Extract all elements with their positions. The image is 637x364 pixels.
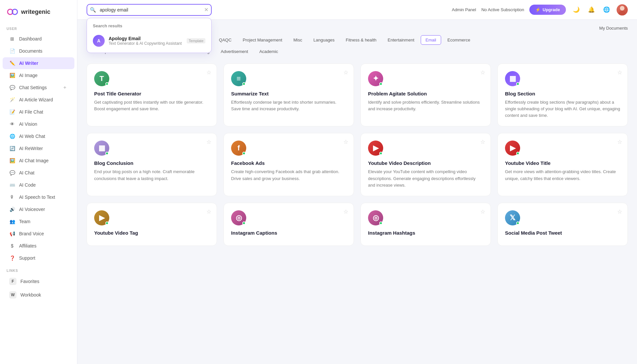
template-desc-problem-agitate-solution: Identify and solve problems efficiently.… [368,99,483,112]
filter-tab-ecommerce[interactable]: Ecommerce [442,35,475,45]
globe-icon: 🌐 [9,133,15,139]
search-input[interactable] [87,4,212,16]
search-result-item[interactable]: A Apology Email Text Generator & AI Copy… [87,32,211,50]
sidebar-item-ai-web-chat[interactable]: 🌐 AI Web Chat [3,130,74,142]
sidebar-item-documents[interactable]: 📄 Documents [3,45,74,57]
sidebar-item-ai-voiceover[interactable]: 🔊 AI Voiceover [3,203,74,215]
admin-panel-link[interactable]: Admin Panel [452,7,476,12]
sidebar-item-ai-chat[interactable]: 💬 AI Chat [3,167,74,179]
add-button[interactable]: + [62,85,68,91]
sidebar-item-ai-speech-to-text[interactable]: 🎙 AI Speech to Text [3,191,74,203]
sidebar-item-label: Chat Settings [19,85,47,90]
sidebar-link-workbook[interactable]: W Workbook [3,288,74,301]
template-card-post-title-generator[interactable]: ☆ T Post Title Generator Get captivating… [87,64,217,126]
upgrade-button[interactable]: ⚡ Upgrade [529,5,566,15]
no-subscription-label: No Active Subscription [481,7,524,12]
sidebar-item-label: AI Writer [19,61,38,66]
online-dot-problem-agitate-solution [379,82,383,86]
favorite-star-summarize-text[interactable]: ☆ [343,69,348,76]
language-icon[interactable]: 🌐 [601,5,611,15]
sidebar-item-ai-code[interactable]: ⌨️ AI Code [3,179,74,191]
sidebar-item-affiliates[interactable]: $ Affiliates [3,240,74,252]
sidebar-item-brand-voice[interactable]: 📢 Brand Voice [3,228,74,240]
filter-tab-email[interactable]: Email [421,35,441,45]
sidebar-item-ai-file-chat[interactable]: 📝 AI File Chat [3,106,74,118]
theme-toggle-icon[interactable]: 🌙 [571,5,581,15]
dollar-icon: $ [9,243,15,249]
template-title-instagram-captions: Instagram Captions [231,230,346,236]
sidebar-link-favorites[interactable]: F Favorites [3,275,74,288]
template-card-youtube-video-description[interactable]: ☆ ▶ Youtube Video Description Elevate yo… [360,133,491,196]
template-card-problem-agitate-solution[interactable]: ☆ ✦ Problem Agitate Solution Identify an… [360,64,491,126]
user-avatar[interactable] [617,4,628,15]
favorite-star-instagram-captions[interactable]: ☆ [343,208,348,215]
filter-tab-languages[interactable]: Languages [308,35,339,45]
online-dot-blog-section [516,82,519,86]
sidebar-item-chat-settings[interactable]: 💬 Chat Settings + [3,82,74,93]
notifications-icon[interactable]: 🔔 [586,5,596,15]
template-title-summarize-text: Summarize Text [231,91,346,96]
sidebar-item-ai-vision[interactable]: 👁 AI Vision [3,118,74,130]
volume-icon: 🔊 [9,206,15,212]
sidebar-item-support[interactable]: ❓ Support [3,252,74,264]
favorite-star-blog-section[interactable]: ☆ [617,69,622,76]
sidebar-item-ai-chat-image[interactable]: 🖼️ AI Chat Image [3,155,74,167]
template-card-facebook-ads[interactable]: ☆ f Facebook Ads Create high-converting … [224,133,354,196]
my-documents-button[interactable]: My Documents [599,26,628,31]
user-section-label: USER [0,22,77,33]
favorite-star-youtube-video-title[interactable]: ☆ [617,139,622,145]
edit-icon: ✏️ [9,60,15,66]
search-clear-icon[interactable]: ✕ [204,7,208,13]
chat-icon: 💬 [9,170,15,176]
favorite-star-youtube-video-tag[interactable]: ☆ [206,208,211,215]
template-title-social-media-post-tweet: Social Media Post Tweet [505,230,620,236]
sidebar-item-ai-rewriter[interactable]: 🔄 AI ReWriter [3,143,74,154]
sidebar-item-label: AI Article Wizard [19,97,53,102]
filter-tab-project-management[interactable]: Project Management [238,35,287,45]
favorite-star-youtube-video-description[interactable]: ☆ [480,139,485,145]
sidebar-item-ai-image[interactable]: 🖼️ AI Image [3,69,74,81]
sidebar-item-team[interactable]: 👥 Team [3,216,74,227]
favorite-star-facebook-ads[interactable]: ☆ [343,139,348,145]
upgrade-label: Upgrade [543,7,560,12]
file-text-icon: 📝 [9,109,15,115]
filter-tab-misc[interactable]: Misc [288,35,307,45]
sidebar-item-dashboard[interactable]: ⊞ Dashboard [3,33,74,45]
svg-point-3 [619,11,626,15]
template-card-youtube-video-title[interactable]: ☆ ▶ Youtube Video Title Get more views w… [497,133,628,196]
filter-tab-fitness-health[interactable]: Fitness & health [341,35,381,45]
sidebar-item-label: AI Chat [19,170,35,175]
template-icon-youtube-video-title: ▶ [505,141,520,156]
brand-logo[interactable]: writegenic [0,0,77,22]
sidebar-item-ai-article-wizard[interactable]: 🪄 AI Article Wizard [3,94,74,106]
filter-tab-entertainment[interactable]: Entertainment [383,35,419,45]
favorite-star-blog-conclusion[interactable]: ☆ [206,139,211,145]
filter-tab-qaqc[interactable]: QAQC [214,35,236,45]
filter-tab-academic[interactable]: Academic [254,47,283,56]
template-card-instagram-hashtags[interactable]: ☆ ◎ Instagram Hashtags [360,203,491,246]
template-desc-youtube-video-title: Get more views with attention-grabbing v… [505,169,620,182]
template-card-summarize-text[interactable]: ☆ ≡ Summarize Text Effortlessly condense… [224,64,354,126]
online-dot-summarize-text [242,82,246,86]
template-card-blog-section[interactable]: ☆ ▦ Blog Section Effortlessly create blo… [497,64,628,126]
template-card-instagram-captions[interactable]: ☆ ◎ Instagram Captions [224,203,354,246]
favorite-star-problem-agitate-solution[interactable]: ☆ [480,69,485,76]
search-result-avatar: A [93,35,105,47]
template-card-youtube-video-tag[interactable]: ☆ ▶ Youtube Video Tag [87,203,217,246]
templates-grid: ☆ T Post Title Generator Get captivating… [77,56,637,253]
search-results-label: Search results [87,23,211,32]
sidebar-item-label: AI Voiceover [19,207,45,212]
favorite-star-social-media-post-tweet[interactable]: ☆ [617,208,622,215]
favorite-star-instagram-hashtags[interactable]: ☆ [480,208,485,215]
sidebar-item-label: AI Web Chat [19,134,45,139]
filter-tab-advertisement[interactable]: Advertisement [216,47,253,56]
favorite-star-post-title-generator[interactable]: ☆ [206,69,211,76]
sidebar-item-ai-writer[interactable]: ✏️ AI Writer [3,57,74,69]
template-title-youtube-video-title: Youtube Video Title [505,160,620,166]
template-icon-youtube-video-description: ▶ [368,141,383,156]
template-card-blog-conclusion[interactable]: ☆ ▦ Blog Conclusion End your blog posts … [87,133,217,196]
online-dot-youtube-video-title [516,152,519,155]
template-card-social-media-post-tweet[interactable]: ☆ 𝕏 Social Media Post Tweet [497,203,628,246]
users-icon: 👥 [9,219,15,224]
wand-icon: 🪄 [9,97,15,103]
